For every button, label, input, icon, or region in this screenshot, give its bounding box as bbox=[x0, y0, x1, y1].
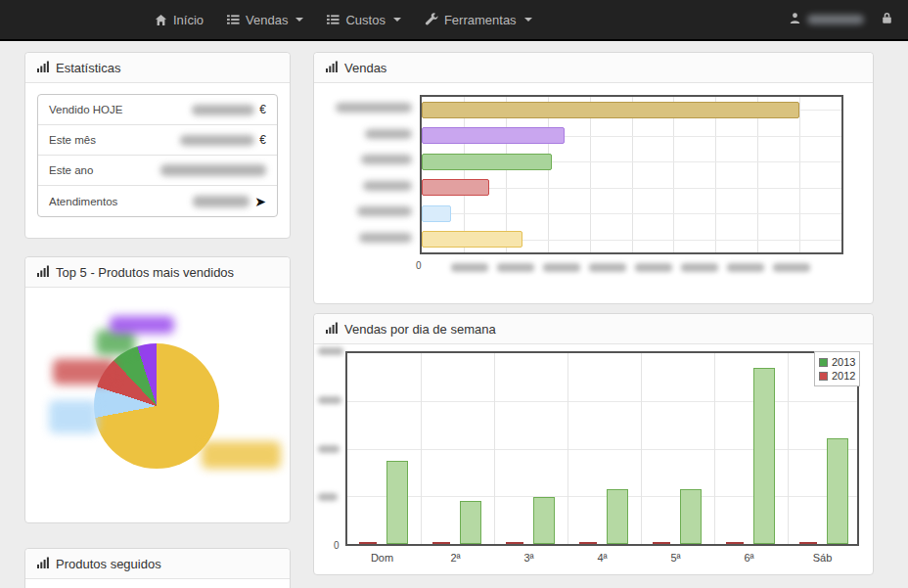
redacted-tick-label bbox=[318, 493, 338, 501]
chart-legend: 2013 2012 bbox=[814, 351, 860, 386]
nav-item-custos[interactable]: Custos bbox=[315, 0, 412, 39]
user-icon bbox=[789, 11, 801, 28]
chevron-down-icon bbox=[524, 18, 532, 22]
nav-menu: Início Vendas Custos Ferr bbox=[143, 0, 544, 39]
redacted-tick-label bbox=[681, 263, 718, 272]
gridline-vertical bbox=[641, 353, 642, 544]
chevron-down-icon bbox=[295, 18, 303, 22]
redacted-tick-label bbox=[773, 263, 810, 272]
panel-title: Vendas bbox=[344, 61, 386, 75]
user-menu[interactable] bbox=[789, 0, 864, 39]
sales-bar bbox=[422, 127, 565, 144]
panel-statistics-header: Estatísticas bbox=[25, 53, 290, 83]
legend-swatch-red bbox=[819, 372, 828, 381]
bar-chart-icon bbox=[326, 61, 338, 75]
bar-2012 bbox=[799, 542, 817, 544]
bar-2012 bbox=[432, 542, 450, 544]
nav-item-label: Custos bbox=[345, 13, 385, 27]
x-axis-label: 6ª bbox=[712, 552, 786, 564]
redacted-tick-label bbox=[318, 347, 343, 355]
stat-label: Este ano bbox=[49, 164, 93, 176]
x-axis-label: 3ª bbox=[492, 552, 566, 564]
arrow-right-icon[interactable]: ➤ bbox=[254, 195, 266, 208]
nav-item-inicio[interactable]: Início bbox=[143, 0, 215, 39]
redacted-category-label bbox=[363, 181, 412, 191]
x-axis-label: Sáb bbox=[786, 552, 859, 564]
nav-item-ferramentas[interactable]: Ferramentas bbox=[413, 0, 544, 39]
stat-row-this-year: Este ano bbox=[38, 156, 277, 186]
panel-sales-header: Vendas bbox=[314, 53, 873, 83]
panel-weekly-header: Vendas por dia de semana bbox=[314, 314, 873, 344]
stat-label: Este mês bbox=[49, 134, 96, 146]
redacted-tick-label bbox=[635, 263, 672, 272]
gridline-vertical bbox=[494, 353, 495, 544]
redacted-category-label bbox=[365, 129, 412, 139]
stat-label: Vendido HOJE bbox=[49, 104, 122, 115]
nav-item-label: Vendas bbox=[246, 13, 288, 27]
pie-label-redacted bbox=[53, 359, 115, 384]
stat-value-redacted bbox=[192, 105, 254, 115]
x-axis-label: 2ª bbox=[419, 552, 492, 564]
currency-symbol: € bbox=[259, 103, 266, 116]
currency-symbol: € bbox=[259, 133, 266, 147]
gridline-vertical bbox=[568, 353, 568, 544]
pie-label-redacted bbox=[202, 441, 281, 469]
x-axis-zero: 0 bbox=[416, 260, 422, 271]
sales-bar bbox=[422, 179, 489, 196]
redacted-category-label bbox=[336, 103, 412, 113]
panel-top5-products: Top 5 - Produtos mais vendidos bbox=[24, 256, 291, 523]
stat-value-redacted bbox=[160, 164, 266, 176]
gridline-vertical bbox=[632, 97, 633, 252]
gridline-horizontal bbox=[422, 213, 841, 214]
sales-bar bbox=[422, 205, 451, 222]
stat-row-this-month: Este mês € bbox=[38, 125, 277, 156]
gridline-vertical bbox=[799, 97, 800, 252]
panel-weekly-sales: Vendas por dia de semana Dom2ª3ª4ª5ª6ªSá… bbox=[313, 313, 874, 575]
sales-plot-area bbox=[420, 95, 843, 254]
bar-2013 bbox=[607, 489, 628, 544]
pie-label-redacted bbox=[49, 400, 98, 433]
bar-2012 bbox=[506, 542, 523, 544]
panel-title: Estatísticas bbox=[56, 61, 120, 75]
panel-title: Produtos seguidos bbox=[56, 557, 161, 571]
redacted-tick-label bbox=[318, 396, 341, 404]
bar-2013 bbox=[386, 461, 408, 544]
stat-value-redacted bbox=[180, 135, 254, 146]
redacted-tick-label bbox=[727, 263, 764, 272]
panel-statistics: Estatísticas Vendido HOJE € Este mês € E… bbox=[24, 52, 291, 239]
nav-item-vendas[interactable]: Vendas bbox=[215, 0, 315, 39]
nav-item-label: Início bbox=[173, 13, 204, 27]
bar-2012 bbox=[359, 542, 377, 544]
y-axis-zero: 0 bbox=[334, 540, 340, 551]
gridline-vertical bbox=[715, 97, 716, 252]
redacted-category-label bbox=[361, 155, 412, 164]
nav-right bbox=[789, 0, 908, 39]
weekly-chart: Dom2ª3ª4ª5ª6ªSáb 0 2013 2012 bbox=[314, 344, 873, 575]
panel-followed-products: Produtos seguidos bbox=[24, 548, 291, 588]
legend-item-2012: 2012 bbox=[819, 369, 855, 383]
panel-title: Vendas por dia de semana bbox=[344, 322, 496, 337]
bar-2013 bbox=[680, 489, 702, 544]
home-icon bbox=[155, 14, 167, 26]
list-icon bbox=[227, 14, 240, 25]
gridline-vertical bbox=[788, 353, 789, 544]
sales-chart: 0 bbox=[314, 83, 873, 304]
chevron-down-icon bbox=[393, 18, 401, 22]
lock-button[interactable] bbox=[880, 11, 894, 29]
gridline-horizontal bbox=[347, 449, 857, 450]
bar-2013 bbox=[460, 501, 481, 544]
sales-bar bbox=[422, 102, 799, 118]
legend-label: 2012 bbox=[832, 369, 855, 383]
sales-bar bbox=[422, 231, 522, 248]
gridline-vertical bbox=[548, 97, 549, 252]
pie-label-redacted bbox=[110, 316, 174, 334]
bar-chart-icon bbox=[326, 322, 338, 337]
stat-value-redacted bbox=[193, 196, 250, 207]
bar-2012 bbox=[653, 542, 670, 544]
legend-label: 2013 bbox=[832, 355, 855, 369]
gridline-vertical bbox=[714, 353, 715, 544]
bar-2013 bbox=[533, 497, 555, 544]
list-icon bbox=[327, 14, 340, 25]
redacted-tick-label bbox=[543, 263, 580, 272]
statistics-body: Vendido HOJE € Este mês € Este ano Atend… bbox=[25, 83, 290, 228]
